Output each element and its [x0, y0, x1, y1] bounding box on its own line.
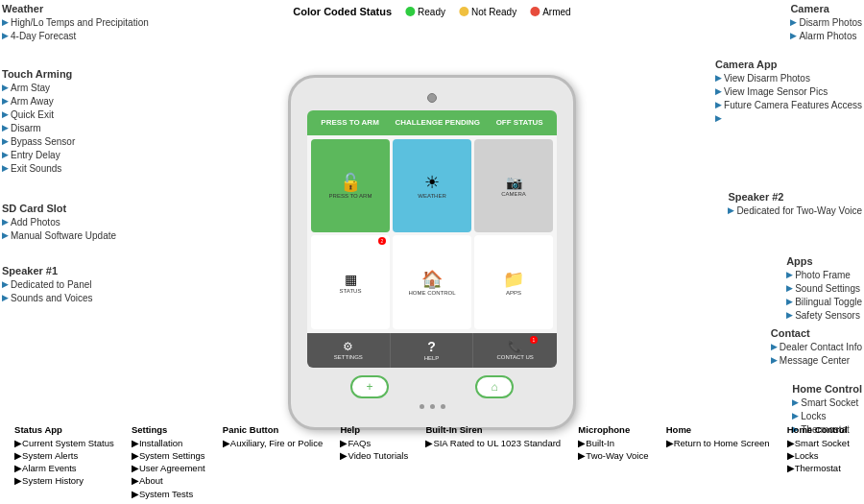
tile-weather-label: WEATHER	[418, 193, 446, 199]
home-icon: 🏠	[421, 271, 443, 288]
contact-badge: 1	[530, 336, 538, 344]
footer-settings: Settings ▶Installation ▶System Settings …	[132, 423, 205, 500]
footer-status-app: Status App ▶Current System Status ▶Syste…	[14, 423, 114, 487]
footer-home: Home ▶Return to Home Screen	[666, 423, 770, 449]
action-settings[interactable]: ⚙ SETTINGS	[307, 333, 391, 368]
camera-label: Camera ▶Disarm Photos ▶Alarm Photos	[790, 2, 862, 43]
status-bar: Color Coded Status Ready Not Ready Armed	[293, 6, 570, 17]
camera-app-label: Camera App ▶View Disarm Photos ▶View Ima…	[715, 58, 862, 125]
tile-arm[interactable]: 🔓 PRESS TO ARM	[311, 139, 390, 233]
speaker2-label: Speaker #2 ▶Dedicated for Two-Way Voice	[728, 190, 862, 218]
not-ready-indicator: Not Ready	[459, 7, 516, 17]
not-ready-dot	[459, 7, 468, 16]
status-icon: ▦	[345, 273, 357, 286]
armed-dot	[530, 7, 540, 16]
dot-3	[441, 404, 445, 409]
action-help[interactable]: ? HELP	[391, 333, 474, 368]
main-container: Color Coded Status Ready Not Ready Armed…	[0, 0, 864, 504]
apps-icon: 📁	[503, 271, 524, 288]
tile-home-label: HOME CONTROL	[408, 290, 455, 296]
contact-label: Contact ▶Dealer Contact Info ▶Message Ce…	[771, 326, 862, 368]
device-camera	[427, 93, 437, 103]
home-button[interactable]: ⌂	[475, 375, 514, 398]
device-wrapper: PRESS TO ARM CHALLENGE PENDING OFF STATU…	[288, 75, 576, 430]
screen-header: PRESS TO ARM CHALLENGE PENDING OFF STATU…	[307, 110, 557, 135]
screen-action-bar: ⚙ SETTINGS ? HELP 1 📞 CONTACT US	[307, 333, 557, 368]
apps-label: Apps ▶Photo Frame ▶Sound Settings ▶Bilin…	[786, 254, 862, 323]
tile-weather[interactable]: ☀ WEATHER	[393, 139, 471, 233]
device: PRESS TO ARM CHALLENGE PENDING OFF STATU…	[288, 75, 576, 430]
footer-labels: Status App ▶Current System Status ▶Syste…	[0, 423, 864, 500]
ready-label: Ready	[418, 7, 445, 17]
lock-icon: 🔓	[340, 174, 361, 191]
device-screen: PRESS TO ARM CHALLENGE PENDING OFF STATU…	[307, 110, 557, 368]
ready-dot	[405, 7, 415, 16]
status-badge: 2	[378, 237, 386, 245]
tile-camera-label: CAMERA	[501, 191, 526, 197]
screen-header-arm: PRESS TO ARM	[321, 118, 378, 127]
footer-panic: Panic Button ▶Auxiliary, Fire or Police	[223, 423, 323, 449]
tile-home-control[interactable]: 🏠 HOME CONTROL	[393, 235, 471, 329]
ready-indicator: Ready	[405, 7, 445, 17]
footer-siren: Built-In Siren ▶SIA Rated to UL 1023 Sta…	[425, 423, 561, 449]
footer-microphone: Microphone ▶Built-In ▶Two-Way Voice	[578, 423, 648, 462]
device-bottom: + ⌂	[307, 375, 557, 398]
action-contact[interactable]: 1 📞 CONTACT US	[473, 333, 557, 368]
sd-card-label: SD Card Slot ▶Add Photos ▶Manual Softwar…	[2, 202, 116, 243]
action-settings-label: SETTINGS	[334, 354, 363, 360]
help-icon: ?	[427, 339, 436, 354]
status-title: Color Coded Status	[293, 6, 392, 17]
weather-icon: ☀	[424, 174, 440, 191]
footer-home-control: Home Control ▶Smart Socket ▶Locks ▶Therm…	[787, 423, 850, 474]
screen-grid: 🔓 PRESS TO ARM ☀ WEATHER 📷 CAMERA	[307, 135, 557, 333]
touch-arming-label: Touch Arming ▶Arm Stay ▶Arm Away ▶Quick …	[2, 67, 75, 176]
device-dots	[420, 404, 445, 409]
dot-1	[420, 404, 424, 409]
tile-apps-label: APPS	[506, 290, 521, 296]
plus-button[interactable]: +	[350, 375, 389, 398]
not-ready-label: Not Ready	[471, 7, 516, 17]
tile-arm-label: PRESS TO ARM	[329, 193, 372, 199]
camera-icon: 📷	[506, 176, 522, 189]
tile-status[interactable]: 2 ▦ STATUS	[311, 235, 390, 329]
tile-camera[interactable]: 📷 CAMERA	[474, 139, 553, 233]
tile-apps[interactable]: 📁 APPS	[474, 235, 553, 329]
armed-label: Armed	[542, 7, 570, 17]
screen-header-pending: CHALLENGE PENDING	[395, 118, 479, 127]
weather-label: Weather ▶High/Lo Temps and Precipitation…	[2, 2, 149, 43]
tile-status-label: STATUS	[340, 288, 362, 294]
screen-header-status: OFF STATUS	[496, 118, 543, 127]
action-contact-label: CONTACT US	[496, 354, 533, 360]
settings-icon: ⚙	[343, 340, 353, 353]
action-help-label: HELP	[424, 355, 440, 361]
phone-icon: 📞	[508, 340, 522, 353]
armed-indicator: Armed	[530, 7, 570, 17]
footer-help: Help ▶FAQs ▶Video Tutorials	[340, 423, 408, 462]
dot-2	[430, 404, 435, 409]
speaker1-label: Speaker #1 ▶Dedicated to Panel ▶Sounds a…	[2, 264, 93, 305]
